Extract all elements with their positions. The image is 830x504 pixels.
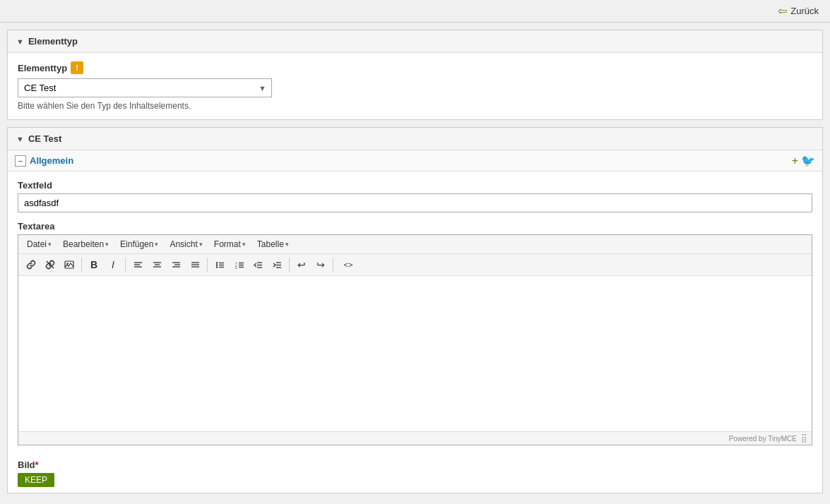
menu-bearbeiten[interactable]: Bearbeiten ▾ bbox=[58, 237, 114, 251]
cetest-section-title: CE Test bbox=[28, 133, 61, 144]
undo-icon: ↩ bbox=[297, 259, 306, 270]
back-button[interactable]: ⇦ Zurück bbox=[778, 4, 819, 18]
menu-datei[interactable]: Datei ▾ bbox=[22, 237, 57, 251]
toolbar-justify-btn[interactable] bbox=[186, 256, 204, 273]
allgemein-label[interactable]: Allgemein bbox=[30, 155, 73, 166]
cetest-section-toggle-icon[interactable]: ▼ bbox=[16, 135, 24, 143]
tinymce-menubar: Datei ▾ Bearbeiten ▾ Einfügen ▾ Ansicht … bbox=[18, 235, 812, 254]
toolbar-image-btn[interactable] bbox=[60, 256, 78, 273]
elementtyp-section-header: ▼ Elementtyp bbox=[8, 30, 822, 53]
unlink-icon bbox=[45, 260, 55, 270]
outdent-icon bbox=[254, 261, 263, 269]
allgemein-toggle-icon[interactable]: − bbox=[15, 155, 26, 167]
allgemein-actions: + 🐦 bbox=[792, 154, 815, 167]
toolbar-bold-btn[interactable]: B bbox=[85, 256, 103, 273]
allgemein-bar: − Allgemein + 🐦 bbox=[8, 150, 822, 172]
menu-ansicht[interactable]: Ansicht ▾ bbox=[165, 237, 207, 251]
svg-point-15 bbox=[215, 262, 217, 263]
menu-bearbeiten-caret: ▾ bbox=[105, 241, 109, 248]
top-bar: ⇦ Zurück bbox=[0, 0, 830, 23]
toolbar-link-btn[interactable] bbox=[22, 256, 40, 273]
powered-by-label: Powered by TinyMCE bbox=[729, 435, 797, 443]
bird-icon[interactable]: 🐦 bbox=[801, 154, 815, 167]
elementtyp-select-wrapper: CE Test ▼ bbox=[18, 78, 272, 97]
toolbar-sep-5 bbox=[333, 258, 333, 272]
bild-area: Bild* KEEP bbox=[8, 454, 822, 493]
toolbar-numlist-btn[interactable]: 1. 2. 3. bbox=[230, 256, 248, 273]
source-icon: <> bbox=[344, 260, 353, 269]
align-left-icon bbox=[134, 261, 143, 269]
toolbar-source-btn[interactable]: <> bbox=[336, 256, 360, 273]
textarea-label: Textarea bbox=[18, 221, 812, 232]
image-icon bbox=[64, 260, 74, 270]
toolbar-undo-btn[interactable]: ↩ bbox=[292, 256, 311, 273]
tinymce-footer: Powered by TinyMCE ⣿ bbox=[18, 431, 812, 445]
toolbar-outdent-btn[interactable] bbox=[249, 256, 267, 273]
tinymce-toolbar: B I bbox=[18, 254, 812, 276]
elementtyp-select[interactable]: CE Test bbox=[18, 78, 272, 97]
toolbar-unlink-btn[interactable] bbox=[41, 256, 59, 273]
toolbar-sep-3 bbox=[207, 258, 208, 272]
elementtyp-section-title: Elementtyp bbox=[28, 36, 78, 47]
justify-icon bbox=[191, 261, 200, 269]
tinymce-content[interactable] bbox=[18, 276, 812, 431]
align-right-icon bbox=[172, 261, 181, 269]
svg-point-16 bbox=[215, 264, 217, 265]
menu-tabelle-label: Tabelle bbox=[257, 239, 284, 249]
bullet-list-icon bbox=[215, 261, 225, 269]
toolbar-aligncenter-btn[interactable] bbox=[148, 256, 166, 273]
redo-icon: ↪ bbox=[316, 259, 325, 270]
menu-datei-caret: ▾ bbox=[48, 241, 52, 248]
menu-datei-label: Datei bbox=[27, 239, 47, 249]
menu-tabelle-caret: ▾ bbox=[285, 241, 289, 248]
menu-einfuegen-label: Einfügen bbox=[120, 239, 153, 249]
section-toggle-icon[interactable]: ▼ bbox=[16, 37, 24, 46]
keep-button[interactable]: KEEP bbox=[18, 473, 54, 487]
toolbar-alignright-btn[interactable] bbox=[167, 256, 185, 273]
toolbar-sep-4 bbox=[289, 258, 290, 272]
toolbar-italic-btn[interactable]: I bbox=[104, 256, 122, 273]
elementtyp-field-label: Elementtyp ! bbox=[18, 61, 812, 74]
toolbar-alignleft-btn[interactable] bbox=[129, 256, 147, 273]
toolbar-indent-btn[interactable] bbox=[268, 256, 286, 273]
menu-einfuegen[interactable]: Einfügen ▾ bbox=[115, 237, 163, 251]
svg-point-17 bbox=[215, 266, 217, 268]
menu-tabelle[interactable]: Tabelle ▾ bbox=[252, 237, 294, 251]
elementtyp-hint: Bitte wählen Sie den Typ des Inhaltselem… bbox=[18, 101, 812, 111]
allgemein-left: − Allgemein bbox=[15, 155, 73, 167]
toolbar-redo-btn[interactable]: ↪ bbox=[312, 256, 330, 273]
italic-icon: I bbox=[112, 259, 114, 270]
menu-ansicht-label: Ansicht bbox=[170, 239, 197, 249]
fields-area: Textfeld Textarea Datei ▾ Bearbeiten ▾ E… bbox=[8, 172, 822, 454]
back-label: Zurück bbox=[790, 6, 819, 16]
cetest-section-header: ▼ CE Test bbox=[8, 128, 822, 150]
resize-handle-icon[interactable]: ⣿ bbox=[801, 433, 807, 443]
toolbar-bullist-btn[interactable] bbox=[211, 256, 229, 273]
svg-text:3.: 3. bbox=[235, 266, 237, 269]
bild-label: Bild* bbox=[18, 460, 812, 470]
warning-icon: ! bbox=[71, 61, 83, 74]
menu-format-caret: ▾ bbox=[242, 241, 246, 248]
bold-icon: B bbox=[90, 259, 97, 270]
section-elementtyp: ▼ Elementtyp Elementtyp ! CE Test ▼ Bitt… bbox=[7, 30, 823, 120]
bild-label-text: Bild bbox=[18, 460, 35, 470]
menu-bearbeiten-label: Bearbeiten bbox=[63, 239, 104, 249]
menu-einfuegen-caret: ▾ bbox=[155, 241, 158, 248]
add-icon[interactable]: + bbox=[792, 155, 798, 167]
menu-format[interactable]: Format ▾ bbox=[209, 237, 251, 251]
link-icon bbox=[26, 260, 36, 270]
indent-icon bbox=[273, 261, 282, 269]
textfeld-label: Textfeld bbox=[18, 180, 812, 191]
textfeld-input[interactable] bbox=[18, 193, 812, 212]
align-center-icon bbox=[153, 261, 162, 269]
section-cetest: ▼ CE Test − Allgemein + 🐦 Textfeld Texta… bbox=[7, 127, 823, 493]
elementtyp-section-body: Elementtyp ! CE Test ▼ Bitte wählen Sie … bbox=[8, 53, 822, 119]
toolbar-sep-1 bbox=[81, 258, 82, 272]
back-arrow-icon: ⇦ bbox=[778, 4, 787, 18]
tinymce-wrapper: Datei ▾ Bearbeiten ▾ Einfügen ▾ Ansicht … bbox=[18, 234, 812, 445]
elementtyp-label-text: Elementtyp bbox=[18, 63, 67, 73]
svg-point-2 bbox=[66, 263, 68, 264]
num-list-icon: 1. 2. 3. bbox=[235, 261, 244, 269]
bild-required-indicator: * bbox=[35, 460, 39, 470]
menu-format-label: Format bbox=[214, 239, 241, 249]
